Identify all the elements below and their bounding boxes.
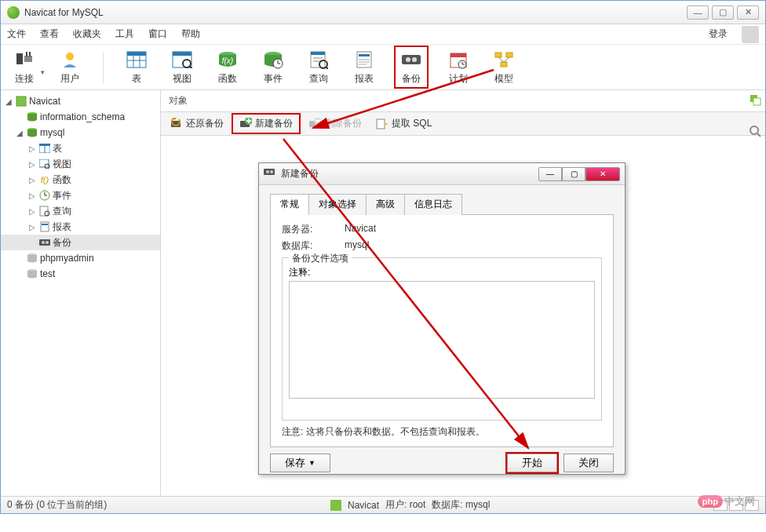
dialog-maximize-button[interactable]: ▢ [562,167,585,181]
dialog-minimize-button[interactable]: — [538,167,562,181]
dialog-close-button[interactable]: ✕ [585,167,620,181]
status-connection: Navicat [348,500,379,511]
tree-views[interactable]: ▷视图 [1,156,160,172]
tree-functions[interactable]: ▷f()函数 [1,172,160,188]
tab-general[interactable]: 常规 [270,194,309,215]
expand-icon[interactable]: ▷ [27,176,37,184]
expand-icon[interactable]: ▷ [27,191,37,200]
tool-model[interactable]: 模型 [488,47,520,87]
menu-help[interactable]: 帮助 [181,27,200,41]
database-icon [26,111,38,123]
server-row: 服务器: Navicat [282,223,602,236]
backup-options-fieldset: 备份文件选项 注释: [282,257,602,421]
svg-rect-58 [42,224,48,225]
menu-favorites[interactable]: 收藏夹 [73,27,101,41]
tree-reports[interactable]: ▷报表 [1,219,160,235]
database-off-icon [26,268,38,280]
dialog-footer: 保存▼ 开始 关闭 [259,447,625,479]
report-icon [352,49,377,71]
event-small-icon [38,189,51,202]
save-button[interactable]: 保存▼ [270,454,330,472]
tool-schedule[interactable]: 计划 [443,47,474,87]
tab-object-select[interactable]: 对象选择 [308,194,367,215]
tool-backup[interactable]: 备份 [394,46,429,89]
svg-marker-74 [385,122,388,126]
window-controls: — ▢ ✕ [687,5,759,20]
tool-query[interactable]: 查询 [303,47,334,87]
action-new-backup[interactable]: 新建备份 [232,113,301,134]
svg-point-60 [42,241,45,244]
tree-tables[interactable]: ▷表 [1,140,160,156]
note-label: 注释: [289,266,595,279]
statusbar: 0 备份 (0 位于当前的组) Navicat 用户: root 数据库: my… [1,496,765,513]
tree-db-information-schema[interactable]: information_schema [1,109,160,125]
start-button[interactable]: 开始 [507,454,557,472]
svg-rect-21 [311,52,325,55]
menu-file[interactable]: 文件 [7,27,26,41]
tree-connection[interactable]: ◢Navicat [1,93,160,109]
watermark-badge: php [698,495,723,508]
tab-advanced[interactable]: 高级 [366,194,405,215]
tree-events[interactable]: ▷事件 [1,188,160,203]
object-tab[interactable]: 对象 [169,94,188,107]
dialog-body: 常规 对象选择 高级 信息日志 服务器: Navicat 数据库: mysql … [259,185,625,447]
search-icon[interactable] [749,125,761,137]
tree-db-phpmyadmin[interactable]: phpmyadmin [1,250,160,266]
function-small-icon: f() [38,173,51,186]
note-textarea[interactable] [289,281,595,399]
svg-rect-1 [24,56,32,62]
svg-rect-27 [359,54,370,56]
action-restore[interactable]: 还原备份 [164,115,230,133]
report-small-icon [38,220,51,233]
collapse-icon[interactable]: ◢ [4,97,13,106]
connection-status-icon [330,500,341,511]
expand-icon[interactable]: ▷ [27,144,37,153]
avatar-icon[interactable] [742,26,759,43]
right-toolbar [748,90,762,137]
tree-queries[interactable]: ▷查询 [1,203,160,219]
new-icon [239,118,252,130]
event-icon [261,49,286,71]
duplicate-icon[interactable] [749,93,761,106]
expand-icon[interactable]: ▷ [27,160,37,169]
minimize-button[interactable]: — [687,5,709,20]
svg-line-43 [504,57,509,62]
dialog-tabs: 常规 对象选择 高级 信息日志 [270,193,614,215]
login-link[interactable]: 登录 [709,27,728,41]
user-icon [57,49,82,71]
tool-table[interactable]: 表 [121,47,152,87]
svg-line-78 [757,133,761,137]
maximize-button[interactable]: ▢ [712,5,734,20]
menu-window[interactable]: 窗口 [148,27,167,41]
tool-user[interactable]: 用户 [54,47,86,87]
expand-icon[interactable]: ▷ [27,207,37,216]
svg-point-81 [270,170,273,173]
expand-icon[interactable]: ▷ [27,223,37,231]
close-button[interactable]: ✕ [737,5,759,20]
database-row: 数据库: mysql [282,239,602,253]
tab-info-log[interactable]: 信息日志 [404,194,462,215]
tree-backup[interactable]: 备份 [1,235,160,250]
titlebar: Navicat for MySQL — ▢ ✕ [1,1,765,24]
svg-rect-41 [501,62,507,67]
window-title: Navicat for MySQL [24,7,687,18]
tool-function[interactable]: f(x) 函数 [212,47,243,87]
collapse-icon[interactable]: ◢ [15,129,24,137]
tool-view[interactable]: 视图 [166,47,198,87]
tree-db-test[interactable]: test [1,266,160,282]
tree-db-mysql[interactable]: ◢mysql [1,125,160,140]
tool-connection[interactable]: 连接 [9,47,40,87]
tool-report[interactable]: 报表 [348,47,380,87]
backup-small-icon [38,236,51,249]
svg-rect-0 [16,53,23,64]
query-small-icon [38,205,51,217]
tool-event[interactable]: 事件 [257,47,289,87]
menu-view[interactable]: 查看 [40,27,59,41]
schedule-icon [446,49,471,71]
close-dialog-button[interactable]: 关闭 [564,454,614,472]
svg-line-25 [326,67,328,69]
fieldset-legend: 备份文件选项 [289,252,352,265]
action-extract-sql[interactable]: 提取 SQL [370,115,438,133]
menu-tools[interactable]: 工具 [115,27,134,41]
database-label: 数据库: [282,239,345,253]
